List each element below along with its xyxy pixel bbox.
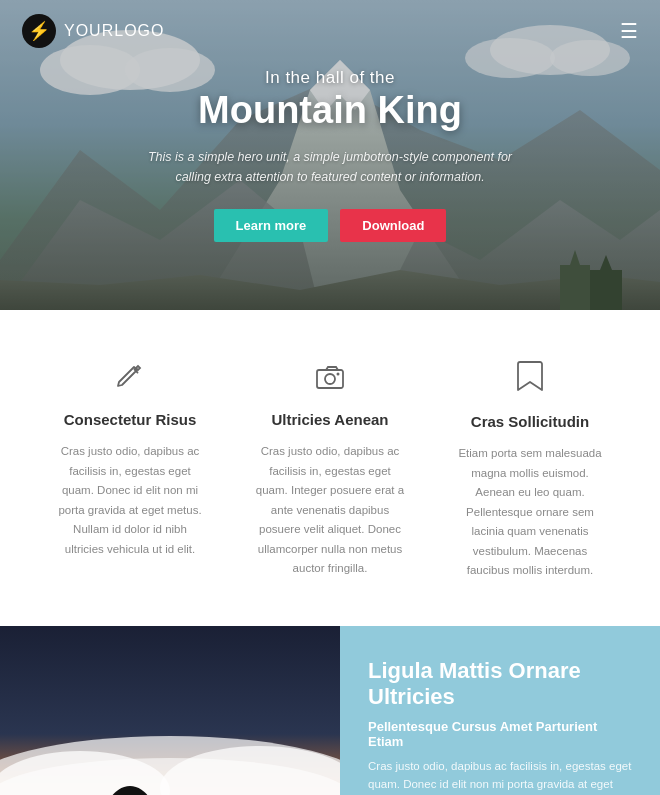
logo-text: YOURLOGO [64,22,164,40]
feature-text-3: Etiam porta sem malesuada magna mollis e… [454,444,606,581]
pencil-icon [54,360,206,397]
feature-item-3: Cras Sollicitudin Etiam porta sem malesu… [430,360,630,581]
download-button[interactable]: Download [340,209,446,242]
stats-photo [0,626,340,795]
feature-item-2: Ultricies Aenean Cras justo odio, dapibu… [230,360,430,581]
stats-title: Ligula Mattis Ornare Ultricies [368,658,632,711]
feature-text-2: Cras justo odio, dapibus ac facilisis in… [254,442,406,579]
svg-point-18 [337,373,340,376]
stats-description: Cras justo odio, dapibus ac facilisis in… [368,757,632,795]
svg-rect-16 [317,370,343,388]
hero-description: This is a simple hero unit, a simple jum… [140,147,520,187]
feature-title-3: Cras Sollicitudin [454,413,606,430]
hero-subtitle: In the hall of the [140,68,520,88]
stats-content: Ligula Mattis Ornare Ultricies Pellentes… [340,626,660,795]
stats-section: Ligula Mattis Ornare Ultricies Pellentes… [0,626,660,795]
logo: ⚡ YOURLOGO [22,14,164,48]
svg-point-17 [325,374,335,384]
stats-scene-svg [0,626,340,795]
camera-icon [254,360,406,397]
features-section: Consectetur Risus Cras justo odio, dapib… [0,310,660,626]
stats-highlight: Pellentesque Cursus Amet Parturient Etia… [368,719,632,749]
navbar: ⚡ YOURLOGO ☰ [0,0,660,62]
hero-content: In the hall of the Mountain King This is… [80,68,580,243]
feature-title-1: Consectetur Risus [54,411,206,428]
feature-item-1: Consectetur Risus Cras justo odio, dapib… [30,360,230,581]
hamburger-icon[interactable]: ☰ [620,21,638,41]
hero-buttons: Learn more Download [140,209,520,242]
feature-title-2: Ultricies Aenean [254,411,406,428]
logo-icon: ⚡ [22,14,56,48]
feature-text-1: Cras justo odio, dapibus ac facilisis in… [54,442,206,559]
bookmark-icon [454,360,606,399]
learn-more-button[interactable]: Learn more [214,209,329,242]
hero-title: Mountain King [140,90,520,132]
